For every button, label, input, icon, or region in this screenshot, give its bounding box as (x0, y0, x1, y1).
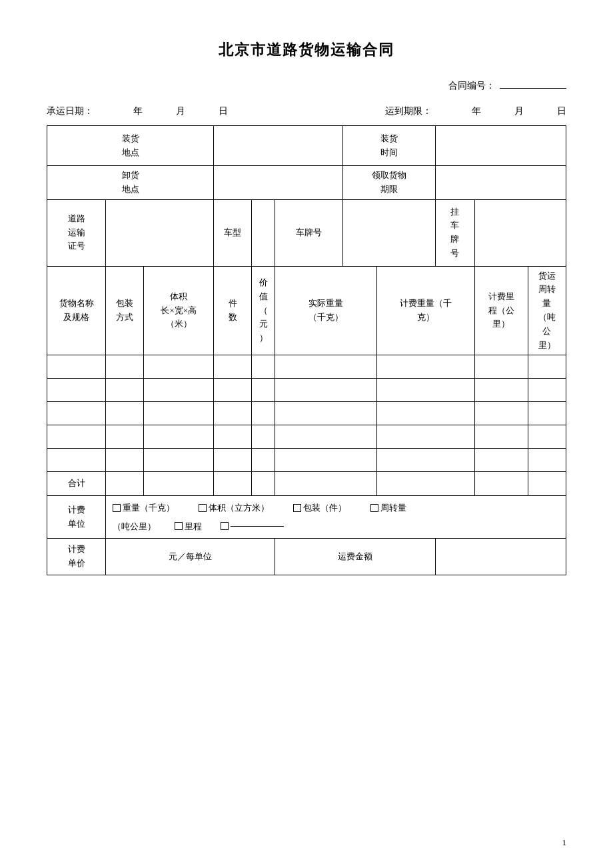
fee-packing-checkbox[interactable] (293, 504, 301, 512)
fee-other-option[interactable] (221, 522, 284, 530)
actual-weight-5[interactable] (275, 449, 376, 472)
goods-data-row-5 (47, 449, 566, 472)
fee-mileage-label: 里程 (185, 519, 202, 534)
volume-label: 体积 长×宽×高 （米） (144, 266, 214, 355)
billing-mileage-1[interactable] (475, 355, 528, 379)
total-quantity[interactable] (214, 472, 252, 496)
freight-amount-value[interactable] (435, 539, 566, 575)
quantity-2[interactable] (214, 379, 252, 402)
goods-name-4[interactable] (47, 425, 106, 449)
quantity-1[interactable] (214, 355, 252, 379)
fee-turnover-checkbox[interactable] (370, 504, 378, 512)
freight-turnover-label: 货运 周转 量 （吨 公 里） (528, 266, 566, 355)
unloading-row: 卸货 地点 领取货物 期限 (47, 166, 566, 200)
price-2[interactable] (252, 379, 275, 402)
quantity-5[interactable] (214, 449, 252, 472)
transport-cert-value[interactable] (106, 199, 214, 266)
fee-weight-checkbox[interactable] (113, 504, 121, 512)
date-row: 承运日期： 年 月 日 运到期限： 年 月 日 (47, 105, 566, 117)
packing-5[interactable] (106, 449, 144, 472)
billing-weight-1[interactable] (377, 355, 475, 379)
volume-4[interactable] (144, 425, 214, 449)
fee-mileage-option[interactable]: 里程 (175, 519, 202, 534)
fee-ton-km-label: （吨公里） (113, 519, 156, 534)
trailer-plate-value[interactable] (475, 199, 566, 266)
month-label: 月 (176, 105, 185, 117)
page-number: 1 (562, 837, 567, 848)
fee-volume-checkbox[interactable] (199, 504, 207, 512)
loading-time-value[interactable] (435, 126, 566, 166)
volume-1[interactable] (144, 355, 214, 379)
price-5[interactable] (252, 449, 275, 472)
goods-data-row-3 (47, 402, 566, 425)
fee-other-blank[interactable] (231, 526, 284, 527)
freight-turnover-4[interactable] (528, 425, 566, 449)
actual-weight-2[interactable] (275, 379, 376, 402)
billing-weight-5[interactable] (377, 449, 475, 472)
unloading-place-label: 卸货 地点 (47, 166, 214, 200)
billing-weight-3[interactable] (377, 402, 475, 425)
vehicle-type-label: 车型 (214, 199, 252, 266)
actual-weight-3[interactable] (275, 402, 376, 425)
fee-volume-option[interactable]: 体积（立方米） (199, 500, 269, 515)
page-title: 北京市道路货物运输合同 (47, 40, 566, 60)
fee-unit-options[interactable]: 重量（千克） 体积（立方米） 包装（件） 周转量 (106, 496, 566, 539)
billing-weight-2[interactable] (377, 379, 475, 402)
packing-4[interactable] (106, 425, 144, 449)
actual-weight-1[interactable] (275, 355, 376, 379)
freight-turnover-5[interactable] (528, 449, 566, 472)
price-4[interactable] (252, 425, 275, 449)
total-actual-weight[interactable] (275, 472, 376, 496)
billing-mileage-4[interactable] (475, 425, 528, 449)
freight-turnover-2[interactable] (528, 379, 566, 402)
packing-label: 包装 方式 (106, 266, 144, 355)
actual-weight-4[interactable] (275, 425, 376, 449)
fee-other-checkbox[interactable] (221, 522, 229, 530)
total-billing-mileage[interactable] (475, 472, 528, 496)
total-price[interactable] (252, 472, 275, 496)
volume-3[interactable] (144, 402, 214, 425)
packing-3[interactable] (106, 402, 144, 425)
billing-weight-label: 计费重量（千 克） (377, 266, 475, 355)
total-row: 合计 (47, 472, 566, 496)
billing-mileage-2[interactable] (475, 379, 528, 402)
plate-number-value[interactable] (343, 199, 436, 266)
packing-1[interactable] (106, 355, 144, 379)
fee-weight-option[interactable]: 重量（千克） (113, 500, 175, 515)
price-1[interactable] (252, 355, 275, 379)
fee-packing-option[interactable]: 包装（件） (293, 500, 346, 515)
billing-mileage-3[interactable] (475, 402, 528, 425)
packing-2[interactable] (106, 379, 144, 402)
actual-weight-label: 实际重量 （千克） (275, 266, 376, 355)
unloading-place-value[interactable] (214, 166, 343, 200)
volume-5[interactable] (144, 449, 214, 472)
total-packing[interactable] (106, 472, 144, 496)
fee-unit-options-line1: 重量（千克） 体积（立方米） 包装（件） 周转量 (113, 500, 559, 515)
volume-2[interactable] (144, 379, 214, 402)
arrive-date-label: 运到期限： (385, 105, 432, 117)
fee-turnover-option[interactable]: 周转量 (370, 500, 406, 515)
goods-name-1[interactable] (47, 355, 106, 379)
fee-mileage-checkbox[interactable] (175, 522, 183, 530)
total-freight-turnover[interactable] (528, 472, 566, 496)
fee-price-value[interactable]: 元／每单位 (106, 539, 275, 575)
freight-turnover-3[interactable] (528, 402, 566, 425)
goods-name-5[interactable] (47, 449, 106, 472)
goods-data-row-2 (47, 379, 566, 402)
month2-label: 月 (514, 105, 524, 117)
loading-place-value[interactable] (214, 126, 343, 166)
total-volume[interactable] (144, 472, 214, 496)
quantity-4[interactable] (214, 425, 252, 449)
receive-goods-value[interactable] (435, 166, 566, 200)
contract-number-blank[interactable] (500, 88, 566, 89)
quantity-3[interactable] (214, 402, 252, 425)
goods-name-2[interactable] (47, 379, 106, 402)
billing-mileage-5[interactable] (475, 449, 528, 472)
total-billing-weight[interactable] (377, 472, 475, 496)
price-3[interactable] (252, 402, 275, 425)
freight-turnover-1[interactable] (528, 355, 566, 379)
goods-header-row: 货物名称 及规格 包装 方式 体积 长×宽×高 （米） 件 数 价 值 （ 元 … (47, 266, 566, 355)
billing-weight-4[interactable] (377, 425, 475, 449)
vehicle-type-value[interactable] (252, 199, 275, 266)
goods-name-3[interactable] (47, 402, 106, 425)
